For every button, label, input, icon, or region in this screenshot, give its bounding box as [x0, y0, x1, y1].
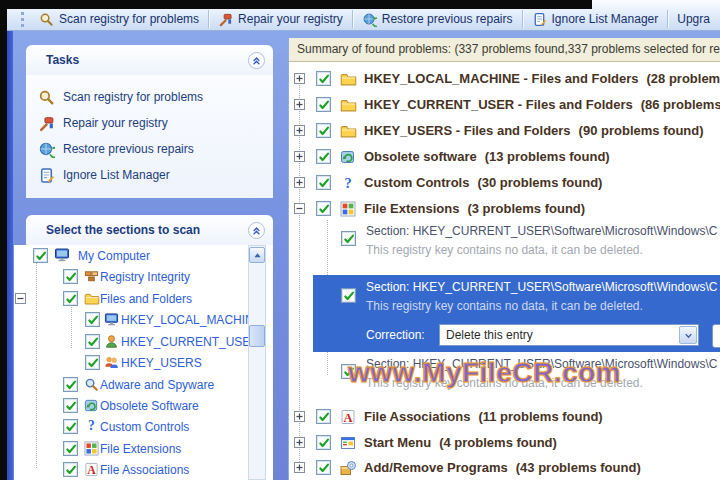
sections-collapse-button[interactable] — [248, 222, 265, 239]
start-menu-icon — [340, 435, 356, 451]
checkbox-checked[interactable] — [316, 123, 331, 138]
add-remove-programs-icon — [340, 460, 356, 476]
problem-row-file-associations[interactable]: A File Associations(11 problems found) — [289, 405, 720, 429]
collapse-toggle-minus[interactable] — [15, 293, 26, 304]
problem-count: (86 problems found) — [641, 97, 720, 112]
checkbox-checked[interactable] — [341, 288, 356, 303]
upgrade-button-label: Upgra — [677, 12, 710, 26]
clipped-side-button[interactable] — [712, 324, 720, 348]
ignore-list-manager-button-label: Ignore List Manager — [552, 12, 659, 26]
restore-repairs-button[interactable]: Restore previous repairs — [353, 8, 522, 30]
collapse-toggle-minus[interactable] — [294, 203, 305, 214]
expand-toggle-plus[interactable] — [294, 411, 305, 422]
problem-row-label: Add/Remove Programs — [364, 460, 508, 475]
correction-dropdown[interactable]: Delete this entry — [439, 324, 699, 346]
task-repair-registry[interactable]: Repair your registry — [38, 113, 168, 133]
section-row-custom-controls[interactable]: ? Custom Controls — [14, 417, 246, 437]
checkbox-checked[interactable] — [85, 334, 100, 349]
chevron-down-icon[interactable] — [679, 326, 697, 344]
toolbar-grip-handle[interactable] — [21, 12, 24, 27]
expand-toggle-plus[interactable] — [294, 462, 305, 473]
sections-tree-panel: My Computer Registry Integrity Files and… — [14, 245, 273, 480]
checkbox-checked[interactable] — [316, 460, 331, 475]
summary-bar: Summary of found problems: (337 problems… — [289, 38, 720, 62]
problem-count: (90 problems found) — [579, 123, 704, 138]
checkbox-checked[interactable] — [316, 149, 331, 164]
checkbox-checked[interactable] — [316, 97, 331, 112]
section-row-files-and-folders[interactable]: Files and Folders — [14, 289, 246, 309]
section-row-my-computer[interactable]: My Computer — [14, 246, 246, 266]
upgrade-button[interactable]: Upgra — [668, 8, 719, 30]
file-extensions-icon — [84, 441, 99, 456]
checkbox-checked[interactable] — [341, 231, 356, 246]
problem-row-hkcu-files-folders[interactable]: HKEY_CURRENT_USER - Files and Folders(86… — [289, 93, 720, 117]
expand-toggle-plus[interactable] — [294, 177, 305, 188]
checkbox-checked[interactable] — [63, 419, 78, 434]
problem-row-label: File Extensions — [364, 201, 459, 216]
section-row-obsolete-software[interactable]: Obsolete Software — [14, 396, 246, 416]
correction-dropdown-value: Delete this entry — [440, 328, 679, 342]
sections-scrollbar-up-button[interactable] — [249, 247, 265, 263]
checkbox-checked[interactable] — [85, 355, 100, 370]
section-row-adware-and-spyware[interactable]: Adware and Spyware — [14, 375, 246, 395]
ignore-list-manager-button[interactable]: Ignore List Manager — [523, 8, 668, 30]
scan-registry-button[interactable]: Scan registry for problems — [30, 8, 208, 30]
left-edge-accent — [7, 31, 13, 480]
checkbox-checked[interactable] — [316, 435, 331, 450]
expand-toggle-plus[interactable] — [294, 125, 305, 136]
checkbox-checked[interactable] — [63, 377, 78, 392]
problem-row-hklm-files-folders[interactable]: HKEY_LOCAL_MACHINE - Files and Folders(2… — [289, 67, 720, 91]
checkbox-checked[interactable] — [63, 462, 78, 477]
problem-row-custom-controls[interactable]: ? Custom Controls(30 problems found) — [289, 171, 720, 195]
checkbox-checked[interactable] — [316, 409, 331, 424]
users-icon — [104, 355, 119, 370]
section-row-hkey-current-user[interactable]: HKEY_CURRENT_USER — [14, 332, 246, 352]
section-row-hkey-users[interactable]: HKEY_USERS — [14, 353, 246, 373]
sections-scrollbar-thumb[interactable] — [249, 325, 265, 347]
expand-toggle-plus[interactable] — [294, 151, 305, 162]
problem-row-label: HKEY_LOCAL_MACHINE - Files and Folders — [364, 71, 638, 86]
restore-globe-icon — [362, 12, 377, 27]
checkbox-checked[interactable] — [63, 269, 78, 284]
expand-toggle-plus[interactable] — [294, 99, 305, 110]
repair-registry-button[interactable]: Repair your registry — [209, 8, 352, 30]
checkbox-checked[interactable] — [63, 291, 78, 306]
svg-text:?: ? — [88, 418, 95, 433]
problem-section-path: Section: HKEY_CURRENT_USER\Software\Micr… — [366, 278, 717, 296]
section-row-hkey-local-machine[interactable]: HKEY_LOCAL_MACHINE — [14, 310, 246, 330]
obsolete-software-icon — [84, 398, 99, 413]
problem-detail-row-2-selected[interactable]: Section: HKEY_CURRENT_USER\Software\Micr… — [313, 275, 720, 352]
ignore-list-icon — [38, 167, 55, 184]
checkbox-checked[interactable] — [316, 175, 331, 190]
tasks-panel-header[interactable]: Tasks — [26, 45, 273, 75]
computer-icon — [104, 312, 119, 327]
checkbox-checked[interactable] — [63, 398, 78, 413]
checkbox-checked[interactable] — [316, 71, 331, 86]
task-restore-repairs[interactable]: Restore previous repairs — [38, 139, 194, 159]
problem-row-hkey-users-files-folders[interactable]: HKEY_USERS - Files and Folders(90 proble… — [289, 119, 720, 143]
checkbox-checked[interactable] — [316, 201, 331, 216]
section-row-file-associations[interactable]: A File Associations — [14, 460, 246, 480]
sections-panel-header[interactable]: Select the sections to scan — [26, 215, 273, 245]
sections-scrollbar-track[interactable] — [248, 245, 266, 480]
adware-magnifier-icon — [84, 377, 99, 392]
problem-row-add-remove-programs[interactable]: Add/Remove Programs(43 problems found) — [289, 456, 720, 480]
checkbox-checked[interactable] — [63, 441, 78, 456]
expand-toggle-plus[interactable] — [294, 437, 305, 448]
problem-row-start-menu[interactable]: Start Menu(4 problems found) — [289, 431, 720, 455]
problem-row-file-extensions[interactable]: File Extensions(3 problems found) — [289, 197, 720, 221]
problem-row-label: HKEY_CURRENT_USER - Files and Folders — [364, 97, 633, 112]
task-scan-registry[interactable]: Scan registry for problems — [38, 87, 203, 107]
expand-toggle-plus[interactable] — [294, 73, 305, 84]
checkbox-checked[interactable] — [33, 248, 48, 263]
problem-row-obsolete-software[interactable]: Obsolete software(13 problems found) — [289, 145, 720, 169]
my-computer-icon — [54, 247, 70, 263]
section-row-label: File Extensions — [100, 441, 181, 457]
section-row-file-extensions[interactable]: File Extensions — [14, 439, 246, 459]
section-row-registry-integrity[interactable]: Registry Integrity — [14, 267, 246, 287]
file-extensions-icon — [340, 201, 356, 217]
checkbox-checked[interactable] — [85, 312, 100, 327]
tasks-panel-body: Scan registry for problems Repair your r… — [26, 75, 273, 198]
task-ignore-list-manager[interactable]: Ignore List Manager — [38, 165, 170, 185]
tasks-collapse-button[interactable] — [248, 52, 265, 69]
